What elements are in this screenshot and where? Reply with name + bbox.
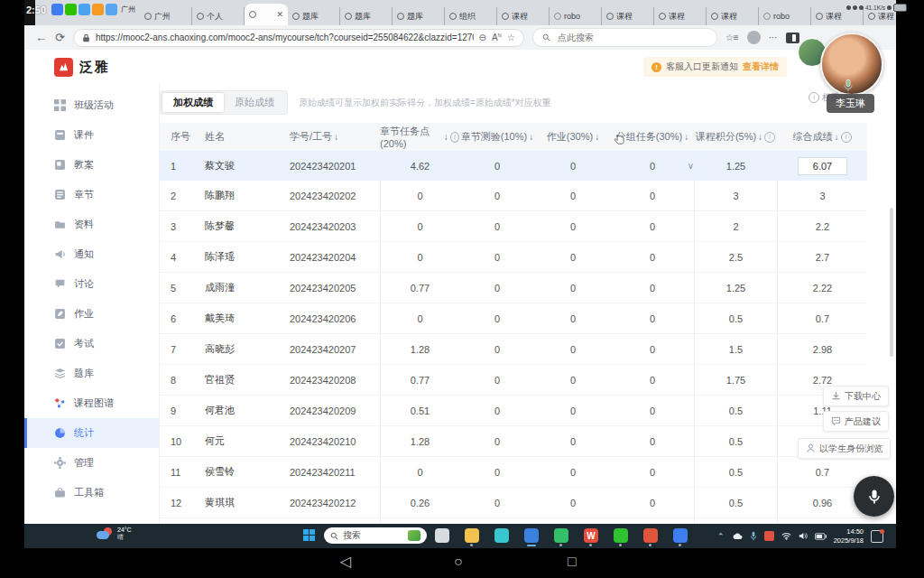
browser-tab[interactable]: 组织	[445, 7, 497, 25]
sidebar-item-章节[interactable]: 章节	[24, 180, 159, 210]
column-header[interactable]: 课程积分(5%)↓i	[694, 123, 777, 151]
sort-icon[interactable]: ↓	[684, 132, 688, 142]
tray-expand-icon[interactable]: ⌃	[717, 532, 725, 541]
tab-weighted-score[interactable]: 加权成绩	[162, 93, 224, 112]
table-row[interactable]: 8官祖贤2024234202080.770001.752.72	[160, 365, 867, 396]
sort-icon[interactable]: ↓	[835, 132, 839, 142]
search-input[interactable]	[556, 32, 668, 43]
edge-icon[interactable]	[524, 528, 539, 543]
table-row[interactable]: 1蔡文骏2024234202014.62000∨1.256.07	[160, 151, 867, 181]
column-header[interactable]: 作业(30%)↓	[535, 123, 611, 151]
windows-start-button[interactable]	[303, 529, 316, 542]
wifi-icon[interactable]	[781, 532, 791, 540]
nav-recents-button[interactable]: □	[568, 555, 577, 569]
table-row[interactable]: 4陈泽瑶20242342020400002.52.7	[160, 242, 867, 273]
taskbar-weather-widget[interactable]: 24°C 晴	[97, 527, 132, 542]
floating-button-以学生身份浏览[interactable]: 以学生身份浏览	[798, 438, 891, 459]
refresh-icon[interactable]: ⟳	[55, 32, 65, 43]
table-row[interactable]: 10何元2024234202101.280000.51.98	[160, 426, 867, 457]
floating-button-产品建议[interactable]: 产品建议	[823, 411, 889, 432]
browser-search-box[interactable]	[532, 28, 717, 47]
sort-icon[interactable]: ↓	[595, 132, 599, 142]
browser-tab[interactable]: 广州	[140, 7, 192, 25]
file-explorer-icon[interactable]	[465, 528, 479, 543]
sort-icon[interactable]: ↓	[529, 132, 533, 142]
browser-tab[interactable]: 题库	[288, 7, 340, 25]
column-header[interactable]: 章节测验(10%)↓	[459, 123, 535, 151]
table-row[interactable]: 3陈梦馨202423420203000022.2	[160, 211, 867, 242]
sidebar-item-课程图谱[interactable]: 课程图谱	[24, 388, 159, 418]
tab-close-icon[interactable]: ✕	[276, 10, 283, 19]
browser-tab[interactable]: robo	[550, 7, 602, 25]
fanya-logo[interactable]: 泛雅	[54, 58, 110, 77]
sidebar-item-题库[interactable]: 题库	[24, 359, 159, 388]
browser-profile-avatar[interactable]	[747, 31, 761, 44]
cloud-class-icon[interactable]	[673, 528, 688, 543]
sidebar-item-管理[interactable]: 管理	[24, 448, 159, 478]
browser-tab[interactable]: 题库	[393, 7, 445, 25]
notice-detail-link[interactable]: 查看详情	[743, 61, 779, 73]
battery-icon[interactable]	[815, 533, 827, 540]
address-bar[interactable]: https://mooc2-ans.chaoxing.com/mooc2-ans…	[73, 29, 524, 47]
table-row[interactable]: 5成雨潼2024234202050.770001.252.22	[160, 273, 867, 303]
sidebar-item-通知[interactable]: 通知	[24, 239, 159, 269]
table-row[interactable]: 9何君池2024234202090.510000.51.11	[160, 396, 867, 426]
page-scrollbar[interactable]	[890, 208, 893, 357]
sort-icon[interactable]: ↓	[758, 132, 762, 142]
tab-raw-score[interactable]: 原始成绩	[224, 93, 285, 112]
zoom-out-icon[interactable]: ⊖	[479, 33, 486, 42]
more-menu-icon[interactable]: ⋯	[769, 33, 778, 42]
column-header[interactable]: 学号/工号↓	[282, 123, 380, 151]
sidebar-item-考试[interactable]: 考试	[24, 329, 159, 359]
netdisk-icon[interactable]	[554, 528, 568, 543]
wps-icon[interactable]: W	[584, 528, 598, 543]
read-aloud-icon[interactable]: AN	[492, 33, 502, 42]
sidebar-item-课件[interactable]: 课件	[24, 120, 159, 150]
table-row[interactable]: 12黄琪琪2024234202120.260000.50.96	[160, 488, 867, 518]
browser-tab-active[interactable]: ✕	[245, 4, 288, 25]
tray-app-icon[interactable]	[764, 531, 774, 541]
browser-tab[interactable]: 个人	[192, 7, 245, 25]
mic-tray-icon[interactable]	[750, 531, 757, 541]
sort-icon[interactable]: ↓	[334, 132, 338, 142]
cloud-icon[interactable]	[732, 532, 743, 540]
volume-icon[interactable]	[799, 532, 808, 540]
table-row[interactable]: 6戴美琦20242342020600000.50.7	[160, 303, 867, 334]
sidebar-item-班级活动[interactable]: 班级活动	[24, 90, 159, 120]
total-score-box[interactable]: 6.07	[798, 157, 847, 175]
floating-mic-button[interactable]	[854, 476, 894, 517]
favorites-list-icon[interactable]: ☆≡	[725, 33, 739, 42]
sort-icon[interactable]: ↓	[444, 132, 448, 142]
browser-tab[interactable]: 题库	[340, 7, 393, 25]
task-view-icon[interactable]	[435, 528, 449, 543]
meeting-icon[interactable]	[643, 528, 658, 543]
table-row[interactable]: 7高晓彭2024234202071.280001.52.98	[160, 334, 867, 365]
sidebar-item-作业[interactable]: 作业	[24, 299, 159, 329]
taskbar-search-box[interactable]: 搜索	[324, 527, 427, 544]
table-row[interactable]: 11侯雪铃20242342021100000.50.7	[160, 457, 867, 488]
info-icon[interactable]: i	[764, 132, 775, 143]
favorite-star-icon[interactable]: ☆	[507, 33, 515, 42]
chevron-down-icon[interactable]: ∨	[688, 161, 694, 171]
nav-home-button[interactable]: ○	[454, 555, 463, 569]
column-header[interactable]: 章节任务点(20%)↓i	[380, 123, 459, 151]
split-screen-icon[interactable]	[786, 33, 799, 43]
floating-button-下载中心[interactable]: 下载中心	[823, 386, 889, 406]
browser-tab[interactable]: 课程	[497, 7, 550, 25]
info-icon[interactable]: i	[841, 132, 852, 143]
notification-center-icon[interactable]	[871, 530, 883, 543]
sidebar-item-统计[interactable]: 统计	[24, 418, 159, 448]
sidebar-item-讨论[interactable]: 讨论	[24, 269, 159, 299]
column-header[interactable]: 综合成绩↓i	[777, 123, 867, 151]
info-icon[interactable]: i	[450, 132, 459, 143]
browser-tab[interactable]: 课程	[654, 7, 707, 25]
back-icon[interactable]: ←	[35, 32, 47, 43]
browser-tab[interactable]: 课程	[602, 7, 654, 25]
nav-back-button[interactable]: ◁	[340, 555, 351, 569]
browser-tab[interactable]: 课程	[707, 7, 759, 25]
taskbar-clock[interactable]: 14:50 2025/9/18	[834, 527, 864, 545]
quark-browser-icon[interactable]	[494, 528, 509, 543]
table-row[interactable]: 2陈鹏翔202423420202000033	[160, 181, 867, 211]
sidebar-item-工具箱[interactable]: 工具箱	[24, 478, 159, 508]
sidebar-item-资料[interactable]: 资料	[24, 210, 159, 239]
